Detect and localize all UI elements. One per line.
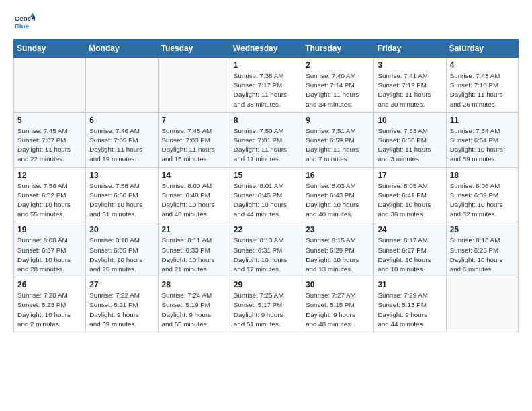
day-number: 15 [234, 171, 298, 180]
calendar-week-row: 5Sunrise: 7:45 AM Sunset: 7:07 PM Daylig… [14, 112, 519, 167]
day-number: 23 [306, 225, 370, 234]
calendar-cell: 3Sunrise: 7:41 AM Sunset: 7:12 PM Daylig… [374, 58, 446, 113]
day-number: 24 [378, 225, 442, 234]
day-info: Sunrise: 8:05 AM Sunset: 6:41 PM Dayligh… [378, 181, 442, 220]
calendar-week-row: 26Sunrise: 7:20 AM Sunset: 5:23 PM Dayli… [14, 277, 519, 332]
day-info: Sunrise: 7:38 AM Sunset: 7:17 PM Dayligh… [234, 71, 298, 109]
calendar-cell: 24Sunrise: 8:17 AM Sunset: 6:27 PM Dayli… [374, 222, 446, 277]
day-info: Sunrise: 8:13 AM Sunset: 6:31 PM Dayligh… [234, 236, 298, 274]
calendar-cell [158, 58, 230, 113]
day-info: Sunrise: 8:18 AM Sunset: 6:25 PM Dayligh… [450, 236, 515, 274]
day-info: Sunrise: 7:43 AM Sunset: 7:10 PM Dayligh… [450, 71, 515, 109]
day-info: Sunrise: 7:27 AM Sunset: 5:15 PM Dayligh… [306, 291, 370, 329]
day-info: Sunrise: 7:56 AM Sunset: 6:52 PM Dayligh… [17, 181, 82, 220]
calendar-cell: 23Sunrise: 8:15 AM Sunset: 6:29 PM Dayli… [302, 222, 374, 277]
calendar-cell: 1Sunrise: 7:38 AM Sunset: 7:17 PM Daylig… [230, 58, 302, 113]
day-info: Sunrise: 7:29 AM Sunset: 5:13 PM Dayligh… [378, 291, 442, 329]
day-of-week-header: Monday [86, 40, 158, 58]
day-info: Sunrise: 7:20 AM Sunset: 5:23 PM Dayligh… [17, 291, 82, 329]
calendar-cell: 13Sunrise: 7:58 AM Sunset: 6:50 PM Dayli… [86, 167, 158, 222]
calendar-cell: 18Sunrise: 8:06 AM Sunset: 6:39 PM Dayli… [446, 167, 518, 222]
day-number: 21 [162, 225, 226, 234]
day-number: 3 [378, 60, 442, 70]
day-number: 1 [234, 60, 298, 70]
day-number: 27 [89, 280, 154, 289]
day-info: Sunrise: 8:03 AM Sunset: 6:43 PM Dayligh… [306, 181, 370, 220]
calendar-cell: 5Sunrise: 7:45 AM Sunset: 7:07 PM Daylig… [14, 112, 86, 167]
day-number: 30 [306, 280, 370, 289]
day-number: 7 [162, 116, 226, 125]
day-number: 10 [378, 116, 442, 125]
day-number: 19 [17, 225, 82, 234]
day-info: Sunrise: 8:15 AM Sunset: 6:29 PM Dayligh… [306, 236, 370, 274]
calendar-cell: 19Sunrise: 8:08 AM Sunset: 6:37 PM Dayli… [14, 222, 86, 277]
calendar-cell: 12Sunrise: 7:56 AM Sunset: 6:52 PM Dayli… [14, 167, 86, 222]
day-info: Sunrise: 8:06 AM Sunset: 6:39 PM Dayligh… [450, 181, 515, 220]
day-info: Sunrise: 7:45 AM Sunset: 7:07 PM Dayligh… [17, 126, 82, 165]
day-info: Sunrise: 7:24 AM Sunset: 5:19 PM Dayligh… [162, 291, 226, 329]
day-info: Sunrise: 8:10 AM Sunset: 6:35 PM Dayligh… [89, 236, 154, 274]
day-info: Sunrise: 7:58 AM Sunset: 6:50 PM Dayligh… [89, 181, 154, 220]
calendar-cell: 20Sunrise: 8:10 AM Sunset: 6:35 PM Dayli… [86, 222, 158, 277]
calendar-cell: 27Sunrise: 7:22 AM Sunset: 5:21 PM Dayli… [86, 277, 158, 332]
day-of-week-header: Saturday [446, 40, 518, 58]
day-info: Sunrise: 8:00 AM Sunset: 6:48 PM Dayligh… [162, 181, 226, 220]
day-number: 16 [306, 171, 370, 180]
day-number: 8 [234, 116, 298, 125]
calendar-cell: 28Sunrise: 7:24 AM Sunset: 5:19 PM Dayli… [158, 277, 230, 332]
day-number: 17 [378, 171, 442, 180]
calendar-cell: 11Sunrise: 7:54 AM Sunset: 6:54 PM Dayli… [446, 112, 518, 167]
day-info: Sunrise: 8:01 AM Sunset: 6:45 PM Dayligh… [234, 181, 298, 220]
calendar-cell: 29Sunrise: 7:25 AM Sunset: 5:17 PM Dayli… [230, 277, 302, 332]
day-info: Sunrise: 7:22 AM Sunset: 5:21 PM Dayligh… [89, 291, 154, 329]
calendar-cell: 25Sunrise: 8:18 AM Sunset: 6:25 PM Dayli… [446, 222, 518, 277]
calendar-cell: 14Sunrise: 8:00 AM Sunset: 6:48 PM Dayli… [158, 167, 230, 222]
calendar-week-row: 19Sunrise: 8:08 AM Sunset: 6:37 PM Dayli… [14, 222, 519, 277]
day-number: 31 [378, 280, 442, 289]
day-of-week-header: Tuesday [158, 40, 230, 58]
calendar-cell: 7Sunrise: 7:48 AM Sunset: 7:03 PM Daylig… [158, 112, 230, 167]
day-of-week-header: Thursday [302, 40, 374, 58]
day-number: 13 [89, 171, 154, 180]
calendar-cell: 30Sunrise: 7:27 AM Sunset: 5:15 PM Dayli… [302, 277, 374, 332]
calendar-cell: 17Sunrise: 8:05 AM Sunset: 6:41 PM Dayli… [374, 167, 446, 222]
day-number: 29 [234, 280, 298, 289]
calendar-cell: 9Sunrise: 7:51 AM Sunset: 6:59 PM Daylig… [302, 112, 374, 167]
day-of-week-header: Friday [374, 40, 446, 58]
calendar-cell: 4Sunrise: 7:43 AM Sunset: 7:10 PM Daylig… [446, 58, 518, 113]
day-info: Sunrise: 8:17 AM Sunset: 6:27 PM Dayligh… [378, 236, 442, 274]
calendar-cell: 15Sunrise: 8:01 AM Sunset: 6:45 PM Dayli… [230, 167, 302, 222]
calendar-header-row: SundayMondayTuesdayWednesdayThursdayFrid… [14, 40, 519, 58]
calendar-cell [446, 277, 518, 332]
calendar-cell: 8Sunrise: 7:50 AM Sunset: 7:01 PM Daylig… [230, 112, 302, 167]
calendar-week-row: 12Sunrise: 7:56 AM Sunset: 6:52 PM Dayli… [14, 167, 519, 222]
day-number: 25 [450, 225, 515, 234]
calendar-cell: 16Sunrise: 8:03 AM Sunset: 6:43 PM Dayli… [302, 167, 374, 222]
header: General Blue [13, 12, 519, 34]
logo-icon: General Blue [13, 12, 35, 34]
logo: General Blue [13, 12, 38, 34]
day-info: Sunrise: 7:46 AM Sunset: 7:05 PM Dayligh… [89, 126, 154, 165]
day-number: 4 [450, 60, 515, 70]
day-number: 14 [162, 171, 226, 180]
calendar-cell: 31Sunrise: 7:29 AM Sunset: 5:13 PM Dayli… [374, 277, 446, 332]
calendar-week-row: 1Sunrise: 7:38 AM Sunset: 7:17 PM Daylig… [14, 58, 519, 113]
calendar-cell [86, 58, 158, 113]
day-number: 28 [162, 280, 226, 289]
calendar-cell: 6Sunrise: 7:46 AM Sunset: 7:05 PM Daylig… [86, 112, 158, 167]
day-number: 5 [17, 116, 82, 125]
day-number: 11 [450, 116, 515, 125]
day-number: 22 [234, 225, 298, 234]
day-info: Sunrise: 8:08 AM Sunset: 6:37 PM Dayligh… [17, 236, 82, 274]
day-number: 6 [89, 116, 154, 125]
day-info: Sunrise: 7:48 AM Sunset: 7:03 PM Dayligh… [162, 126, 226, 165]
day-number: 12 [17, 171, 82, 180]
page: General Blue SundayMondayTuesdayWednesda… [0, 0, 532, 342]
calendar-cell: 2Sunrise: 7:40 AM Sunset: 7:14 PM Daylig… [302, 58, 374, 113]
day-number: 2 [306, 60, 370, 70]
calendar-cell [14, 58, 86, 113]
day-of-week-header: Wednesday [230, 40, 302, 58]
day-info: Sunrise: 7:54 AM Sunset: 6:54 PM Dayligh… [450, 126, 515, 165]
day-number: 9 [306, 116, 370, 125]
calendar-cell: 22Sunrise: 8:13 AM Sunset: 6:31 PM Dayli… [230, 222, 302, 277]
